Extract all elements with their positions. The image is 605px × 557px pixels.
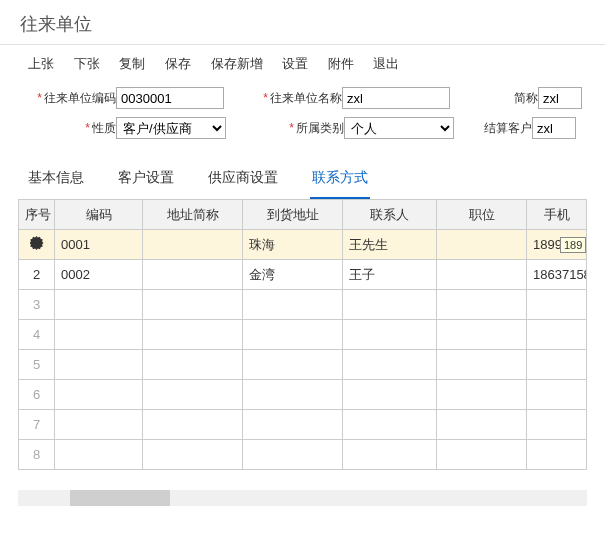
tab-customer[interactable]: 客户设置	[116, 163, 176, 199]
col-ship: 到货地址	[243, 200, 343, 230]
table-row-empty[interactable]: 3	[19, 290, 587, 320]
name-label: *往来单位名称	[250, 90, 342, 107]
table-wrap: 序号 编码 地址简称 到货地址 联系人 职位 手机 0001珠海王先生18992…	[0, 199, 605, 470]
table-row-empty[interactable]: 5	[19, 350, 587, 380]
col-pos: 职位	[437, 200, 527, 230]
tooltip: 189	[560, 237, 586, 253]
col-phone: 手机	[527, 200, 587, 230]
cell-seq: 8	[19, 440, 55, 470]
col-addr: 地址简称	[143, 200, 243, 230]
cell-phone[interactable]: 18637158	[527, 260, 587, 290]
cat-label: *所属类别	[252, 120, 344, 137]
horizontal-scrollbar[interactable]	[18, 490, 587, 506]
table-row-empty[interactable]: 4	[19, 320, 587, 350]
tab-basic[interactable]: 基本信息	[26, 163, 86, 199]
toolbar-prev[interactable]: 上张	[28, 55, 54, 73]
table-row-empty[interactable]: 7	[19, 410, 587, 440]
contact-table: 序号 编码 地址简称 到货地址 联系人 职位 手机 0001珠海王先生18992…	[18, 199, 587, 470]
col-code: 编码	[55, 200, 143, 230]
cell-seq: 5	[19, 350, 55, 380]
nature-label: *性质	[20, 120, 116, 137]
toolbar-settings[interactable]: 设置	[282, 55, 308, 73]
cell-seq: 4	[19, 320, 55, 350]
table-row-empty[interactable]: 6	[19, 380, 587, 410]
table-row[interactable]: 20002金湾王子18637158	[19, 260, 587, 290]
cell-pos[interactable]	[437, 230, 527, 260]
short-label: 简称	[504, 90, 538, 107]
toolbar-exit[interactable]: 退出	[373, 55, 399, 73]
cell-code[interactable]: 0002	[55, 260, 143, 290]
scrollbar-thumb[interactable]	[70, 490, 170, 506]
cell-addr[interactable]	[143, 260, 243, 290]
cat-select[interactable]: 个人	[344, 117, 454, 139]
cell-contact[interactable]: 王子	[343, 260, 437, 290]
gear-icon[interactable]	[30, 236, 44, 250]
cell-seq	[19, 230, 55, 260]
tabs: 基本信息 客户设置 供应商设置 联系方式	[0, 159, 605, 199]
cell-pos[interactable]	[437, 260, 527, 290]
code-label: *往来单位编码	[20, 90, 116, 107]
short-input[interactable]	[538, 87, 582, 109]
cell-ship[interactable]: 金湾	[243, 260, 343, 290]
cell-code[interactable]: 0001	[55, 230, 143, 260]
cell-seq: 6	[19, 380, 55, 410]
toolbar: 上张 下张 复制 保存 保存新增 设置 附件 退出	[0, 45, 605, 87]
name-input[interactable]	[342, 87, 450, 109]
form-area: *往来单位编码 *往来单位名称 简称 *性质 客户/供应商 *所属类别 个人 结…	[0, 87, 605, 159]
nature-select[interactable]: 客户/供应商	[116, 117, 226, 139]
cell-addr[interactable]	[143, 230, 243, 260]
cell-seq: 7	[19, 410, 55, 440]
toolbar-save[interactable]: 保存	[165, 55, 191, 73]
settle-label: 结算客户	[474, 120, 532, 137]
cell-seq: 3	[19, 290, 55, 320]
page-title: 往来单位	[0, 0, 605, 45]
col-contact: 联系人	[343, 200, 437, 230]
toolbar-copy[interactable]: 复制	[119, 55, 145, 73]
tab-contact[interactable]: 联系方式	[310, 163, 370, 199]
col-seq: 序号	[19, 200, 55, 230]
table-row[interactable]: 0001珠海王先生1899	[19, 230, 587, 260]
toolbar-save-new[interactable]: 保存新增	[211, 55, 263, 73]
table-header-row: 序号 编码 地址简称 到货地址 联系人 职位 手机	[19, 200, 587, 230]
toolbar-attachment[interactable]: 附件	[328, 55, 354, 73]
tab-supplier[interactable]: 供应商设置	[206, 163, 280, 199]
toolbar-next[interactable]: 下张	[74, 55, 100, 73]
code-input[interactable]	[116, 87, 224, 109]
cell-ship[interactable]: 珠海	[243, 230, 343, 260]
cell-seq: 2	[19, 260, 55, 290]
cell-contact[interactable]: 王先生	[343, 230, 437, 260]
settle-input[interactable]	[532, 117, 576, 139]
table-row-empty[interactable]: 8	[19, 440, 587, 470]
